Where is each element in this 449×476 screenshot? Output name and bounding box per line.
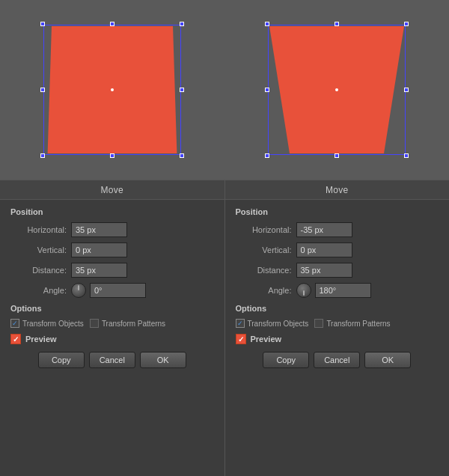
left-angle-label: Angle: xyxy=(10,286,67,295)
handle-tr[interactable] xyxy=(180,22,184,26)
right-buttons-row: Copy Cancel OK xyxy=(236,352,439,368)
right-position-label: Position xyxy=(236,207,439,216)
left-options-section: Options Transform Objects Transform Patt… xyxy=(10,304,214,328)
right-copy-button[interactable]: Copy xyxy=(263,352,309,368)
left-angle-dial[interactable] xyxy=(71,283,86,298)
handle-lm[interactable] xyxy=(40,88,45,92)
left-ok-button[interactable]: OK xyxy=(140,352,186,368)
left-transform-patterns-checkbox[interactable] xyxy=(90,319,99,328)
left-cancel-button[interactable]: Cancel xyxy=(89,352,135,368)
left-vertical-input[interactable] xyxy=(71,242,127,257)
handle-tr-r[interactable] xyxy=(404,22,409,26)
right-options-label: Options xyxy=(236,304,439,313)
right-panel-title: Move xyxy=(225,180,450,200)
handle-tl-r[interactable] xyxy=(265,22,269,26)
left-distance-row: Distance: xyxy=(10,263,214,278)
handle-bl[interactable] xyxy=(40,153,45,158)
left-transform-patterns-label: Transform Patterns xyxy=(102,320,165,328)
handle-rm[interactable] xyxy=(180,88,184,92)
right-cancel-button[interactable]: Cancel xyxy=(314,352,360,368)
right-vertical-input[interactable] xyxy=(296,242,352,257)
right-canvas xyxy=(224,0,449,180)
left-transform-objects-label: Transform Objects xyxy=(22,320,84,328)
left-transform-patterns-group: Transform Patterns xyxy=(90,319,165,328)
left-angle-row: Angle: xyxy=(10,283,214,298)
left-shape-container xyxy=(45,26,180,153)
left-copy-button[interactable]: Copy xyxy=(38,352,85,368)
handle-tm[interactable] xyxy=(110,22,114,26)
right-panel: Move Position Horizontal: Vertical: Dist… xyxy=(225,180,450,476)
handle-bl-r[interactable] xyxy=(265,153,269,158)
left-options-row: Transform Objects Transform Patterns xyxy=(10,319,214,328)
left-preview-label: Preview xyxy=(25,335,57,344)
left-distance-input[interactable] xyxy=(71,263,127,278)
handle-tm-r[interactable] xyxy=(335,22,339,26)
left-transform-objects-checkbox[interactable] xyxy=(10,319,19,328)
right-transform-patterns-label: Transform Patterns xyxy=(326,320,390,328)
right-transform-objects-label: Transform Objects xyxy=(248,320,309,328)
handle-br[interactable] xyxy=(180,153,184,158)
left-vertical-row: Vertical: xyxy=(10,242,214,257)
left-panel-title: Move xyxy=(0,180,224,200)
handle-bm-r[interactable] xyxy=(335,153,339,158)
right-preview-checkbox[interactable] xyxy=(236,334,246,344)
right-center-dot xyxy=(335,88,338,91)
handle-rm-r[interactable] xyxy=(404,88,409,92)
right-distance-row: Distance: xyxy=(236,263,439,278)
right-shape-container xyxy=(269,26,404,153)
left-distance-label: Distance: xyxy=(10,266,67,275)
left-position-label: Position xyxy=(10,207,214,216)
left-canvas xyxy=(0,0,224,180)
left-transform-objects-group: Transform Objects xyxy=(10,319,84,328)
right-transform-objects-group: Transform Objects xyxy=(236,319,309,328)
right-options-row: Transform Objects Transform Patterns xyxy=(236,319,439,328)
right-preview-row: Preview xyxy=(236,334,439,344)
right-horizontal-input[interactable] xyxy=(296,222,352,237)
left-horizontal-input[interactable] xyxy=(71,222,127,237)
right-preview-label: Preview xyxy=(251,335,282,344)
right-transform-patterns-checkbox[interactable] xyxy=(314,319,323,328)
right-angle-row: Angle: xyxy=(236,283,439,298)
right-distance-input[interactable] xyxy=(296,263,352,278)
left-center-dot xyxy=(111,88,114,91)
right-options-section: Options Transform Objects Transform Patt… xyxy=(236,304,439,328)
left-horizontal-row: Horizontal: xyxy=(10,222,214,237)
right-distance-label: Distance: xyxy=(236,266,292,275)
left-angle-input[interactable] xyxy=(90,283,146,298)
left-panel: Move Position Horizontal: Vertical: Dist… xyxy=(0,180,225,476)
handle-br-r[interactable] xyxy=(404,153,409,158)
left-vertical-label: Vertical: xyxy=(10,245,67,254)
left-horizontal-label: Horizontal: xyxy=(10,225,67,234)
right-vertical-label: Vertical: xyxy=(236,245,292,254)
left-buttons-row: Copy Cancel OK xyxy=(10,352,214,368)
right-angle-input[interactable] xyxy=(315,283,371,298)
right-vertical-row: Vertical: xyxy=(236,242,439,257)
right-transform-objects-checkbox[interactable] xyxy=(236,319,245,328)
right-horizontal-row: Horizontal: xyxy=(236,222,439,237)
handle-lm-r[interactable] xyxy=(265,88,269,92)
left-preview-row: Preview xyxy=(10,334,214,344)
right-transform-patterns-group: Transform Patterns xyxy=(314,319,390,328)
right-angle-label: Angle: xyxy=(236,286,292,295)
handle-bm[interactable] xyxy=(110,153,114,158)
handle-tl[interactable] xyxy=(40,22,45,26)
right-angle-dial[interactable] xyxy=(296,283,311,298)
left-preview-checkbox[interactable] xyxy=(10,334,21,344)
right-ok-button[interactable]: OK xyxy=(364,352,411,368)
left-options-label: Options xyxy=(10,304,214,313)
right-horizontal-label: Horizontal: xyxy=(236,225,292,234)
